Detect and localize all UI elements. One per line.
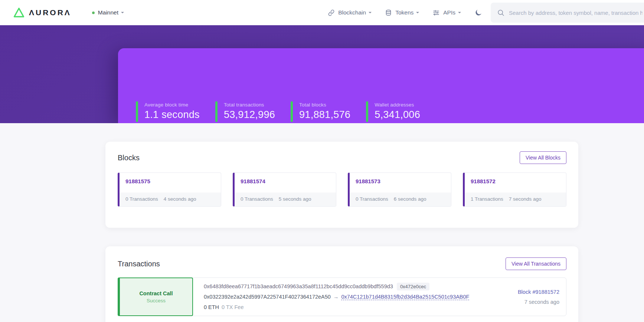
transactions-title: Transactions [118,260,160,268]
nav-label-apis: APIs [443,9,455,16]
nav-label-blockchain: Blockchain [338,9,366,16]
stat-accent-bar [136,101,138,122]
network-label: Mainnet [98,9,118,16]
dark-mode-toggle[interactable] [474,9,483,17]
transaction-age: 7 seconds ago [518,298,559,306]
block-card: 91881575 0 Transactions 4 seconds ago [118,172,221,207]
stat-value: 53,912,996 [224,109,275,121]
stat-total-blocks: Total blocks 91,881,576 [291,101,350,122]
transactions-panel: Transactions View All Transactions Contr… [105,246,578,322]
to-address-link[interactable]: 0x74C121b71d4B8315fb2d3d4Ba2515C501c93AB… [341,294,469,300]
nav-item-tokens[interactable]: Tokens [385,9,419,16]
block-age: 4 seconds ago [164,196,196,202]
transaction-row: Contract Call Success 0x6483fd8eea67717f… [118,277,566,316]
block-number-link[interactable]: 91881575 [125,178,150,184]
stat-accent-bar [215,101,218,122]
stat-accent-bar [366,101,368,122]
top-navbar: ΛURORΛ Mainnet Blockchain Tokens [0,0,644,25]
nav-item-apis[interactable]: APIs [432,9,461,16]
view-all-transactions-button[interactable]: View All Transactions [506,257,566,270]
block-age: 7 seconds ago [509,196,542,202]
blocks-panel: Blocks View All Blocks 91881575 0 Transa… [105,142,578,228]
method-id-badge: 0x472e0cec [397,283,429,290]
nav-item-blockchain[interactable]: Blockchain [328,9,372,16]
moon-icon [474,9,483,17]
stat-label: Total blocks [299,102,350,108]
arrow-right-icon: → [333,294,339,300]
chevron-down-icon [369,12,372,13]
network-status-dot [92,12,95,14]
search-input[interactable] [509,10,643,16]
stat-total-transactions: Total transactions 53,912,996 [215,101,275,122]
block-number-link[interactable]: 91881572 [471,178,496,184]
transaction-details: 0x6483fd8eea67717f1b3aeadc6749963a35a8f1… [204,281,469,312]
block-age: 5 seconds ago [279,196,311,202]
block-tx-count: 0 Transactions [356,196,388,202]
stat-value: 91,881,576 [299,109,350,121]
stat-value: 5,341,006 [375,109,420,121]
transaction-fee: 0 TX Fee [222,304,243,310]
block-card: 91881572 1 Transactions 7 seconds ago [463,172,566,207]
transaction-meta: Block #91881572 7 seconds ago [518,288,566,306]
logo-text: ΛURORΛ [29,8,71,17]
stat-label: Wallet addresses [375,102,420,108]
transaction-type: Contract Call [139,290,173,296]
chevron-down-icon [458,12,461,13]
transaction-hash-link[interactable]: 0x6483fd8eea67717f1b3aeadc6749963a35a8f1… [204,283,393,289]
stat-accent-bar [291,101,293,122]
chevron-down-icon [416,12,419,13]
stat-label: Total transactions [224,102,275,108]
block-number-link[interactable]: 91881574 [241,178,265,184]
stat-average-block-time: Average block time 1.1 seconds [136,101,200,122]
nav-menu: Blockchain Tokens APIs [328,3,644,23]
aurora-logo[interactable]: ΛURORΛ [13,7,71,19]
view-all-blocks-button[interactable]: View All Blocks [520,151,566,164]
transaction-value: 0 ETH [204,304,219,310]
chevron-down-icon [121,12,124,13]
stat-wallet-addresses: Wallet addresses 5,341,006 [366,101,420,122]
network-stats: Average block time 1.1 seconds Total tra… [136,101,436,122]
aurora-triangle-icon [13,7,25,19]
hero-banner: Average block time 1.1 seconds Total tra… [0,25,644,123]
coins-icon [385,9,392,16]
transaction-type-badge: Contract Call Success [118,277,193,316]
from-address: 0x0322392e2a242d5997A225741F4027364172eA… [204,294,331,300]
network-selector[interactable]: Mainnet [92,9,124,16]
blocks-title: Blocks [118,154,140,162]
stat-label: Average block time [144,102,200,108]
chain-link-icon [328,9,335,16]
block-card: 91881574 0 Transactions 5 seconds ago [233,172,336,207]
block-number-link[interactable]: 91881573 [356,178,380,184]
block-tx-count: 1 Transactions [471,196,503,202]
block-age: 6 seconds ago [394,196,426,202]
sliders-icon [432,9,440,16]
latest-blocks-list: 91881575 0 Transactions 4 seconds ago 91… [118,172,566,207]
search-icon [497,9,505,17]
transaction-block-link[interactable]: Block #91881572 [518,288,559,296]
block-tx-count: 0 Transactions [241,196,273,202]
transaction-status: Success [147,298,166,303]
search-container [491,3,644,23]
block-card: 91881573 0 Transactions 6 seconds ago [348,172,451,207]
stat-value: 1.1 seconds [144,109,200,121]
block-tx-count: 0 Transactions [125,196,158,202]
nav-label-tokens: Tokens [395,9,413,16]
